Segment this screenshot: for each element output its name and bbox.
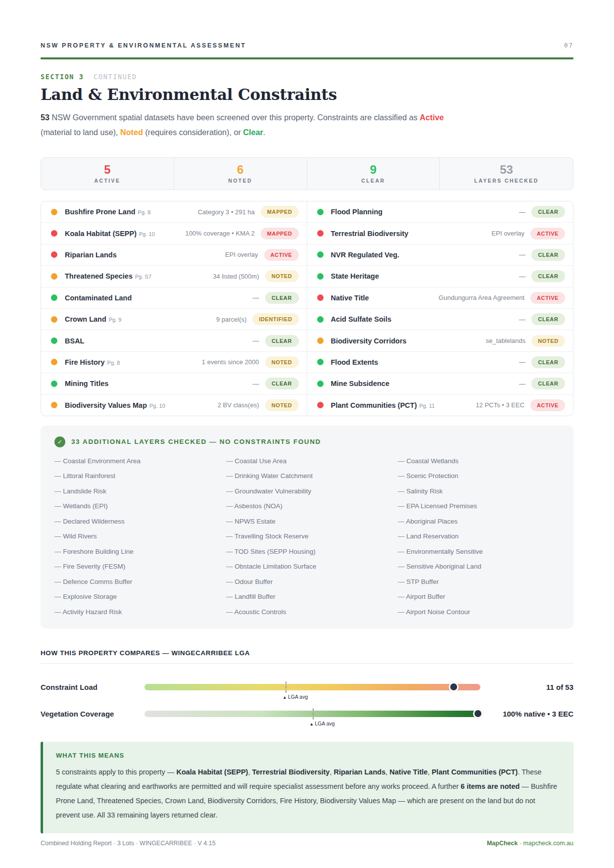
constraint-name: Flood Extents	[331, 358, 378, 366]
text-run: 6 items are noted	[461, 782, 520, 790]
text-run: Terrestrial Biodiversity	[252, 768, 330, 776]
status-dot-active	[317, 230, 324, 237]
status-badge: CLEAR	[531, 356, 565, 368]
text-run: Koala Habitat (SEPP)	[176, 768, 248, 776]
status-badge: CLEAR	[531, 378, 565, 389]
status-dot-clear	[317, 209, 324, 215]
constraint-name: Acid Sulfate Soils	[331, 315, 391, 323]
status-dot-clear	[51, 294, 57, 301]
constraint-page-ref: Pg. 8	[138, 209, 151, 215]
layer-item: Coastal Environment Area	[54, 454, 216, 469]
constraint-row: Flood Extents—CLEAR	[307, 352, 573, 373]
constraint-detail: 100% coverage • KMA 2	[185, 230, 260, 237]
layers-column-3: Coastal WetlandsScenic ProtectionSalinit…	[398, 454, 560, 620]
constraint-row: Acid Sulfate Soils—CLEAR	[307, 309, 573, 330]
layer-item: Coastal Use Area	[226, 454, 388, 469]
report-page: NSW PROPERTY & ENVIRONMENTAL ASSESSMENT …	[0, 0, 614, 868]
status-dot-noted	[317, 338, 324, 344]
gradient-bar	[144, 684, 480, 690]
constraint-detail: 34 listed (500m)	[213, 273, 265, 280]
constraint-detail: se_tablelands	[486, 337, 531, 344]
layer-item: Wild Rivers	[54, 529, 216, 544]
status-dot-active	[317, 402, 324, 408]
layer-item: Coastal Wetlands	[398, 454, 560, 469]
page-number: 07	[564, 42, 573, 49]
section-row: SECTION 3 CONTINUED	[41, 73, 573, 81]
comparison-divider	[41, 663, 573, 664]
status-badge: CLEAR	[531, 206, 565, 218]
check-icon: ✓	[54, 436, 65, 447]
layer-item: Littoral Rainforest	[54, 469, 216, 484]
constraint-detail: 1 events since 2000	[202, 358, 265, 366]
layer-item: EPA Licensed Premises	[398, 499, 560, 514]
footer-site-link[interactable]: mapcheck.com.au	[523, 840, 573, 847]
status-dot-active	[51, 251, 57, 258]
constraint-row: Mining Titles—CLEAR	[41, 373, 307, 394]
constraint-detail: 12 PCTs • 3 EEC	[476, 401, 530, 409]
text-run: (material to land use),	[41, 128, 120, 137]
status-badge: CLEAR	[265, 335, 299, 347]
constraint-detail: EPI overlay	[492, 230, 530, 237]
constraint-name: Fire HistoryPg. 8	[65, 358, 120, 366]
text-run: Clear	[243, 128, 263, 137]
lga-average-label: LGA avg	[310, 721, 335, 726]
layer-item: Wetlands (EPI)	[54, 499, 216, 514]
status-badge: ACTIVE	[530, 228, 565, 240]
layers-column-2: Coastal Use AreaDrinking Water Catchment…	[226, 454, 388, 620]
status-badge: CLEAR	[531, 313, 565, 325]
constraint-name: Mining Titles	[65, 380, 108, 387]
status-badge: MAPPED	[261, 228, 299, 240]
footer-brand: MapCheck	[487, 840, 518, 847]
layer-item: Aboriginal Places	[398, 514, 560, 530]
layer-item: STP Buffer	[398, 575, 560, 590]
status-badge: NOTED	[265, 270, 299, 282]
layer-item: Land Reservation	[398, 529, 560, 544]
constraint-detail: 2 BV class(es)	[218, 401, 265, 409]
additional-layers-header: ✓ 33 ADDITIONAL LAYERS CHECKED — NO CONS…	[54, 436, 560, 447]
layer-item: Declared Wilderness	[54, 514, 216, 530]
layer-item: Asbestos (NOA)	[226, 499, 388, 514]
constraints-column-right: Flood Planning—CLEARTerrestrial Biodiver…	[307, 201, 573, 416]
constraint-row: Contaminated Land—CLEAR	[41, 288, 307, 309]
status-badge: ACTIVE	[530, 292, 565, 304]
status-dot-clear	[51, 381, 57, 387]
comparison-bars: Constraint LoadLGA avg11 of 53Vegetation…	[41, 674, 573, 727]
constraint-name: Koala Habitat (SEPP)Pg. 10	[65, 230, 155, 238]
comparison-row: Vegetation CoverageLGA avg100% native • …	[41, 700, 573, 727]
constraint-detail: 9 parcel(s)	[216, 316, 252, 323]
layer-item: Obstacle Limitation Surface	[226, 559, 388, 575]
text-run: NSW Government spatial datasets have bee…	[49, 113, 420, 122]
comparison-label: Vegetation Coverage	[41, 710, 138, 718]
lga-average-tick	[285, 681, 286, 693]
constraint-detail: —	[519, 208, 531, 216]
stat-value: 6	[174, 163, 307, 176]
stat-clear: 9CLEAR	[307, 158, 440, 190]
constraint-detail: Gundungurra Area Agreement	[439, 294, 530, 301]
status-dot-noted	[51, 359, 57, 365]
constraint-name: Contaminated Land	[65, 294, 132, 302]
layer-item: Foreshore Building Line	[54, 544, 216, 560]
page-title: Land & Environmental Constraints	[41, 86, 573, 103]
layer-item: NPWS Estate	[226, 514, 388, 530]
what-this-means-title: WHAT THIS MEANS	[56, 752, 561, 759]
stat-value: 53	[440, 163, 573, 176]
stat-noted: 6NOTED	[174, 158, 307, 190]
status-dot-active	[51, 230, 57, 237]
status-badge: CLEAR	[265, 378, 299, 389]
additional-layers-card: ✓ 33 ADDITIONAL LAYERS CHECKED — NO CONS…	[41, 426, 573, 629]
status-badge: CLEAR	[265, 292, 299, 304]
text-run: Native Title	[389, 768, 427, 776]
report-header: NSW PROPERTY & ENVIRONMENTAL ASSESSMENT …	[41, 42, 573, 49]
layer-item: Landfill Buffer	[226, 589, 388, 605]
constraint-row: Biodiversity Values MapPg. 102 BV class(…	[41, 395, 307, 416]
constraint-name: Flood Planning	[331, 208, 383, 216]
text-run: Plant Communities (PCT)	[431, 768, 518, 776]
text-run: ,	[248, 768, 252, 776]
additional-layers-title: 33 ADDITIONAL LAYERS CHECKED — NO CONSTR…	[71, 438, 321, 445]
layer-item: Groundwater Vulnerability	[226, 484, 388, 499]
status-badge: NOTED	[265, 399, 299, 411]
intro-paragraph: 53 NSW Government spatial datasets have …	[41, 110, 451, 140]
constraint-row: Riparian LandsEPI overlayACTIVE	[41, 244, 307, 266]
stat-label: CLEAR	[307, 178, 440, 184]
constraint-page-ref: Pg. 11	[420, 403, 435, 409]
